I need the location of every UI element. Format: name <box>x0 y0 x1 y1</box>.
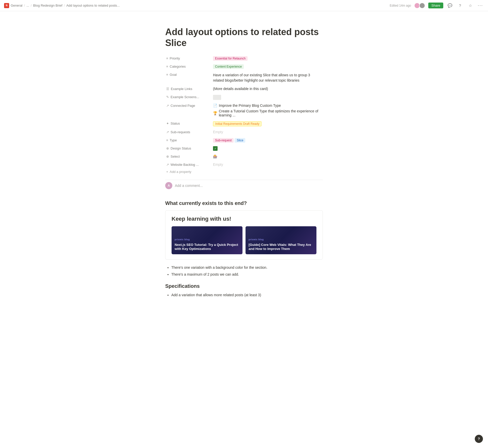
property-goal[interactable]: ≡ Goal Have a variation of our existing … <box>165 71 323 85</box>
type-tag-slice[interactable]: Slice <box>235 138 245 143</box>
page-icon-2: 🏆 <box>213 111 217 115</box>
add-property-label[interactable]: Add a property <box>170 170 191 174</box>
example-screens-label: ✎ Example Screens... <box>165 94 211 100</box>
status-icon: ✦ <box>166 122 169 125</box>
keep-learning-box: Keep learning with us! prismic blog Next… <box>165 210 323 260</box>
connected-page-text-1: Improve the Primary Blog Custom Type <box>219 103 281 108</box>
property-sub-requests[interactable]: ↗ Sub-requests Empty <box>165 128 323 136</box>
website-backlog-value: Empty <box>211 161 323 168</box>
example-links-icon: ☰ <box>166 87 169 91</box>
example-links-value: (More details available in this card) <box>211 85 323 92</box>
check-mark: ✓ <box>213 146 218 151</box>
connected-page-item-1[interactable]: 📄 Improve the Primary Blog Custom Type <box>213 103 281 108</box>
categories-value[interactable]: Content Experience <box>211 63 323 70</box>
help-button[interactable]: ? <box>475 435 483 443</box>
connected-page-item-2[interactable]: 🏆 Create a Tutorial Custom Type that opt… <box>213 109 321 117</box>
property-categories[interactable]: ≡ Categories Content Experience <box>165 63 323 71</box>
categories-tag[interactable]: Content Experience <box>213 64 244 69</box>
example-screens-icon: ✎ <box>166 95 169 99</box>
example-links-text: (More details available in this card) <box>213 87 268 91</box>
page-icon-1: 📄 <box>213 103 217 108</box>
priority-icon: ≡ <box>166 56 168 60</box>
bullet-1: There's one variation with a background … <box>171 265 323 270</box>
comment-icon[interactable]: 💬 <box>446 2 453 9</box>
select-label: ⊕ Select <box>165 153 211 160</box>
sub-requests-empty: Empty <box>213 130 223 134</box>
section2-bullets: Add a variation that allows more related… <box>165 292 323 298</box>
select-value[interactable]: 🎰 <box>211 153 323 160</box>
breadcrumb-sep-1: / <box>24 4 25 7</box>
section1-bullets: There's one variation with a background … <box>165 265 323 277</box>
breadcrumb-general[interactable]: General <box>11 4 22 7</box>
star-icon[interactable]: ☆ <box>467 2 474 9</box>
blog-card-1-logo: prismic blog <box>175 238 239 241</box>
status-tag[interactable]: Initial Requirements Draft Ready <box>213 121 262 126</box>
connected-page-label: ↗ Connected Page <box>165 102 211 109</box>
connected-page-icon: ↗ <box>166 104 169 108</box>
breadcrumb-current: Add layout options to related posts... <box>66 4 120 7</box>
goal-icon: ≡ <box>166 73 168 77</box>
page-title: Add layout options to related posts Slic… <box>165 26 323 48</box>
select-icon: ⊕ <box>166 155 169 158</box>
property-example-screens[interactable]: ✎ Example Screens... <box>165 93 323 102</box>
add-property-row[interactable]: + Add a property <box>165 169 323 175</box>
blog-card-2-content: prismic blog [Guide] Core Web Vitals: Wh… <box>249 238 313 251</box>
sub-requests-label: ↗ Sub-requests <box>165 129 211 136</box>
type-value[interactable]: Sub-request Slice <box>211 137 323 144</box>
comment-input[interactable]: Add a comment... <box>175 184 203 188</box>
properties-table: ≡ Priority Essential for Relaunch ≡ Cate… <box>165 54 323 175</box>
website-backlog-empty: Empty <box>213 162 223 167</box>
property-select[interactable]: ⊕ Select 🎰 <box>165 153 323 161</box>
breadcrumb-sep-2: / <box>31 4 32 7</box>
goal-text: Have a variation of our existing Slice t… <box>213 72 321 83</box>
website-backlog-label: ↗ Website Backlog ... <box>165 161 211 168</box>
property-connected-page[interactable]: ↗ Connected Page 📄 Improve the Primary B… <box>165 102 323 120</box>
select-emoji: 🎰 <box>213 154 217 158</box>
blog-card-2-title: [Guide] Core Web Vitals: What They Are a… <box>249 243 313 251</box>
help-topbar-icon[interactable]: ? <box>456 2 464 9</box>
edited-label: Edited 14m ago <box>390 4 411 7</box>
property-priority[interactable]: ≡ Priority Essential for Relaunch <box>165 54 323 63</box>
status-value[interactable]: Initial Requirements Draft Ready <box>211 120 323 128</box>
design-status-value[interactable]: ✓ <box>211 145 323 152</box>
blog-card-1[interactable]: prismic blog Next.js SEO Tutorial: Try a… <box>172 226 242 254</box>
example-screens-value <box>211 94 323 101</box>
blog-card-2[interactable]: prismic blog [Guide] Core Web Vitals: Wh… <box>246 226 316 254</box>
sub-requests-icon: ↗ <box>166 130 169 134</box>
app-logo: N <box>4 3 9 8</box>
share-button[interactable]: Share <box>428 3 443 8</box>
topbar: N General / ... / Blog Redesign Brief / … <box>0 0 488 11</box>
property-design-status[interactable]: ⊕ Design Status ✓ <box>165 144 323 153</box>
categories-icon: ≡ <box>166 65 168 68</box>
comment-avatar: A <box>165 182 172 189</box>
property-type[interactable]: ≡ Type Sub-request Slice <box>165 136 323 144</box>
connected-page-value: 📄 Improve the Primary Blog Custom Type 🏆… <box>211 102 323 119</box>
more-options-icon[interactable]: ··· <box>477 2 484 9</box>
property-website-backlog[interactable]: ↗ Website Backlog ... Empty <box>165 161 323 169</box>
section2-heading: Specifications <box>165 283 323 289</box>
status-label: ✦ Status <box>165 120 211 127</box>
breadcrumb-blog-redesign[interactable]: Blog Redesign Brief <box>33 4 62 7</box>
breadcrumb-ellipsis[interactable]: ... <box>26 4 29 7</box>
add-property-plus: + <box>166 170 168 174</box>
type-label: ≡ Type <box>165 137 211 144</box>
goal-value: Have a variation of our existing Slice t… <box>211 71 323 84</box>
breadcrumb: N General / ... / Blog Redesign Brief / … <box>4 3 120 8</box>
priority-label: ≡ Priority <box>165 55 211 62</box>
website-backlog-icon: ↗ <box>166 163 169 167</box>
example-links-label: ☰ Example Links <box>165 85 211 92</box>
keep-learning-title: Keep learning with us! <box>172 216 316 222</box>
sub-requests-value: Empty <box>211 129 323 135</box>
spec-bullet-1: Add a variation that allows more related… <box>171 292 323 298</box>
property-example-links[interactable]: ☰ Example Links (More details available … <box>165 85 323 93</box>
breadcrumb-sep-3: / <box>64 4 65 7</box>
type-tag-sub-request[interactable]: Sub-request <box>213 138 234 143</box>
topbar-right: Edited 14m ago Share 💬 ? ☆ ··· <box>390 2 484 9</box>
type-icon: ≡ <box>166 138 168 142</box>
priority-value[interactable]: Essential for Relaunch <box>211 55 323 62</box>
priority-tag[interactable]: Essential for Relaunch <box>213 56 248 61</box>
design-status-label: ⊕ Design Status <box>165 145 211 152</box>
categories-label: ≡ Categories <box>165 63 211 70</box>
comment-area: A Add a comment... <box>165 180 323 191</box>
property-status[interactable]: ✦ Status Initial Requirements Draft Read… <box>165 120 323 128</box>
